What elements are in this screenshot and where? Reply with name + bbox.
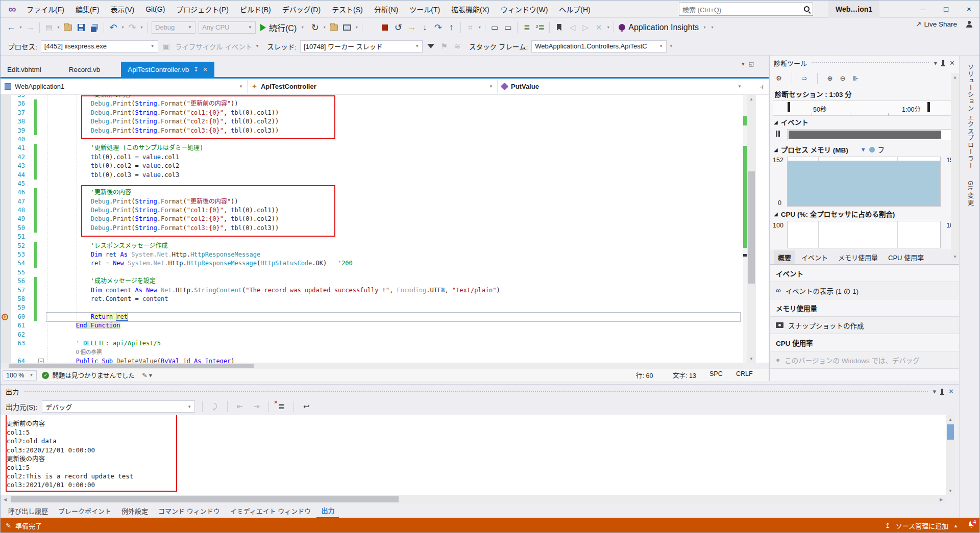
breakpoint-margin[interactable] [1, 153, 11, 162]
summary-item[interactable]: ∞イベントの表示 (1 の 1) [770, 282, 959, 299]
step-into-icon[interactable]: ↓ [419, 21, 431, 34]
code-line[interactable]: 61End Function [1, 321, 743, 330]
float-window-icon[interactable]: ◱ [749, 61, 754, 67]
breakpoints-window-icon[interactable]: ▭ [488, 21, 501, 34]
output-source-combo[interactable]: デバッグ▼ [42, 400, 195, 413]
code-line[interactable]: 45 [1, 180, 743, 188]
code-editor[interactable]: 35'更新前の内容36Debug.Print(String.Format("更新… [1, 95, 769, 363]
code-line[interactable]: 36Debug.Print(String.Format("更新前の内容")) [1, 99, 743, 108]
pause-events-icon[interactable] [776, 131, 780, 137]
zoom-level-dropdown[interactable]: 100 %▼ [3, 370, 37, 380]
web-browser-icon[interactable] [341, 21, 353, 34]
code-line[interactable]: 63' DELETE: api/ApiTest/5 [1, 339, 743, 348]
bookmark-icon[interactable] [553, 21, 565, 34]
collapse-icon[interactable]: ◢ [774, 119, 778, 125]
breakpoint-margin[interactable] [1, 197, 11, 206]
breakpoint-margin[interactable] [1, 233, 11, 241]
diagnostic-tools-dropdown[interactable]: ▾ [477, 21, 482, 34]
lifecycle-events-dropdown[interactable]: ▼ [254, 40, 260, 53]
tool-window-tab[interactable]: 呼び出し履歴 [4, 504, 53, 518]
save-all-icon[interactable] [88, 21, 101, 34]
code-line[interactable]: 54ret = New System.Net.Http.HttpResponse… [1, 259, 743, 268]
break-all-icon[interactable] [365, 21, 378, 34]
menu-item[interactable]: ビルド(B) [234, 1, 277, 18]
breakpoint-margin[interactable] [1, 162, 11, 170]
code-line[interactable]: 53Dim ret As System.Net.Http.HttpRespons… [1, 250, 743, 259]
split-editor-icon[interactable]: ⫞ [760, 82, 764, 91]
tab-close-icon[interactable]: ✕ [203, 66, 208, 73]
show-threads-in-source-icon[interactable]: ≣ [521, 21, 533, 34]
editor-horizontal-scrollbar[interactable] [1, 363, 743, 369]
tab-pin-icon[interactable]: ↧ [193, 66, 198, 73]
code-line[interactable]: 48Debug.Print(String.Format("col1:{0}", … [1, 206, 743, 215]
code-line[interactable]: 56'成功メッセージを設定 [1, 277, 743, 286]
zoom-in-icon[interactable]: ⊕ [827, 74, 833, 82]
vertical-tool-tab[interactable]: Git 変更 [965, 177, 975, 209]
tool-window-tab[interactable]: ブレークポイント [54, 504, 116, 518]
process-combo[interactable]: [4452] iisexpress.exe▼ [41, 40, 158, 53]
breakpoint-margin[interactable] [1, 180, 11, 188]
undo-icon[interactable]: ↶ [107, 21, 119, 34]
menu-item[interactable]: 分析(N) [369, 1, 404, 18]
zoom-out-icon[interactable]: ⊖ [840, 74, 845, 82]
breakpoint-margin[interactable] [1, 144, 11, 153]
breakpoint-margin[interactable] [1, 188, 11, 197]
stop-debugging-icon[interactable] [379, 21, 391, 34]
output-window-position-icon[interactable]: ▾ [933, 388, 937, 395]
breakpoint-margin[interactable] [1, 135, 11, 144]
breakpoint-margin[interactable] [1, 286, 11, 295]
undo-dropdown[interactable]: ▾ [120, 21, 126, 34]
menu-item[interactable]: 表示(V) [105, 1, 140, 18]
breakpoint-margin[interactable] [1, 357, 11, 363]
code-line[interactable]: 43tbl(0).col2 = value.col2 [1, 162, 743, 170]
menu-item[interactable]: ツール(T) [404, 1, 446, 18]
diagnostics-tab[interactable]: メモリ使用量 [834, 250, 882, 264]
collapse-region-icon[interactable]: − [38, 359, 44, 363]
code-line[interactable]: 46'更新後の内容 [1, 188, 743, 197]
parallel-stacks-icon[interactable]: ²≣ [534, 21, 546, 34]
memory-section-header[interactable]: ◢ プロセス メモリ (MB) ▼ フ [770, 143, 959, 156]
code-line[interactable]: 52'レスポンスメッセージ作成 [1, 242, 743, 250]
scroll-down-icon[interactable]: ▼ [946, 487, 955, 495]
vertical-tool-tab[interactable]: ソリューション エクスプローラー [965, 61, 975, 172]
menu-item[interactable]: プロジェクト(P) [170, 1, 234, 18]
code-line[interactable]: 35'更新前の内容 [1, 95, 743, 99]
application-insights-button[interactable]: Application Insights▾ [619, 21, 707, 34]
add-to-source-control-button[interactable]: ソース管理に追加 [896, 521, 948, 530]
new-project-dropdown[interactable]: ▾ [56, 21, 61, 34]
diagnostics-tab[interactable]: イベント [797, 250, 832, 264]
scroll-left-icon[interactable]: ◀ [1, 495, 10, 503]
code-line[interactable]: 59 [1, 303, 743, 312]
code-line[interactable]: 64−Public Sub DeleteValue(ByVal id As In… [1, 357, 743, 363]
diagnostics-close-icon[interactable]: ✕ [949, 59, 955, 67]
minimize-button[interactable]: – [912, 1, 935, 17]
codelens-references[interactable]: 0 個の参照 [76, 349, 102, 355]
breakpoint-margin[interactable] [1, 277, 11, 286]
breakpoint-margin[interactable] [1, 224, 11, 233]
breakpoint-margin[interactable] [1, 321, 11, 330]
breakpoint-margin[interactable] [1, 206, 11, 215]
project-dropdown[interactable]: WebApplication1▼ [1, 80, 248, 93]
breakpoint-margin[interactable] [1, 99, 11, 108]
menu-item[interactable]: デバッグ(D) [277, 1, 326, 18]
output-content[interactable]: 更新前の内容col1:5col2:old datacol3:2020/12/01… [1, 415, 946, 495]
restart-icon[interactable]: ↺ [392, 21, 404, 34]
code-line[interactable]: 42tbl(0).col1 = value.col1 [1, 153, 743, 162]
step-out-icon[interactable]: ↑ [445, 21, 457, 34]
notifications-bell-icon[interactable]: 4 [967, 521, 975, 530]
document-tab[interactable]: Edit.vbhtml [1, 62, 48, 77]
scroll-up-icon[interactable]: ▲ [951, 73, 959, 81]
code-line[interactable]: 50Debug.Print(String.Format("col3:{0}", … [1, 224, 743, 233]
scroll-right-icon[interactable]: ▶ [937, 495, 946, 503]
navigate-backward-dropdown[interactable]: ▾ [18, 21, 23, 34]
quick-search-input[interactable]: 検索 (Ctrl+Q) [679, 3, 813, 16]
browse-with-icon[interactable] [328, 21, 340, 34]
diagnostics-title-bar[interactable]: 診断ツール ▾ ✕ [770, 56, 959, 70]
clear-all-output-icon[interactable]: ≣✕ [275, 400, 287, 413]
breakpoint-margin[interactable] [1, 303, 11, 312]
tool-window-tab[interactable]: イミディエイト ウィンドウ [226, 504, 316, 518]
scroll-up-icon[interactable]: ▲ [946, 415, 955, 423]
scroll-up-icon[interactable]: ▲ [747, 95, 756, 103]
menu-item[interactable]: テスト(S) [326, 1, 369, 18]
tool-window-tab[interactable]: コマンド ウィンドウ [154, 504, 225, 518]
